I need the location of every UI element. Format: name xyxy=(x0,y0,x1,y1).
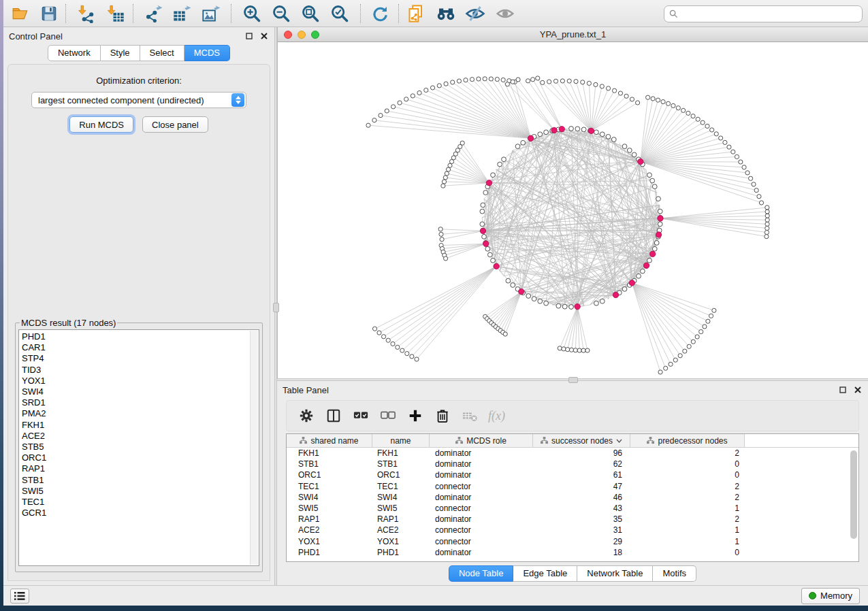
table-cell[interactable]: STB1 xyxy=(372,459,430,469)
table-cell[interactable]: RAP1 xyxy=(372,514,430,524)
table-scrollbar[interactable] xyxy=(850,449,857,560)
run-mcds-button[interactable]: Run MCDS xyxy=(69,116,133,133)
table-cell[interactable]: connector xyxy=(430,537,533,546)
graph-node[interactable] xyxy=(562,347,566,351)
graph-node[interactable] xyxy=(600,299,605,303)
table-cell[interactable]: dominator xyxy=(430,514,533,524)
graph-node[interactable] xyxy=(538,299,543,303)
graph-node[interactable] xyxy=(381,335,385,339)
graph-hub-node[interactable] xyxy=(629,280,634,286)
graph-node[interactable] xyxy=(622,286,627,291)
table-cell[interactable]: YOX1 xyxy=(287,537,372,546)
graph-node[interactable] xyxy=(498,162,502,167)
graph-node[interactable] xyxy=(526,79,530,83)
graph-node[interactable] xyxy=(448,163,452,167)
graph-node[interactable] xyxy=(547,80,551,84)
graph-node[interactable] xyxy=(567,79,571,83)
graph-hub-node[interactable] xyxy=(480,228,485,233)
graph-node[interactable] xyxy=(765,235,769,239)
graph-node[interactable] xyxy=(594,130,599,135)
table-row[interactable]: RAP1RAP1dominator352 xyxy=(287,514,858,525)
vertical-splitter-grip[interactable] xyxy=(273,303,279,312)
mcds-result-item[interactable]: RAP1 xyxy=(22,463,259,474)
horizontal-splitter-grip[interactable] xyxy=(568,377,578,383)
graph-node[interactable] xyxy=(480,209,485,214)
optimization-criterion-select[interactable]: largest connected component (undirected) xyxy=(31,92,246,108)
graph-node[interactable] xyxy=(701,120,705,125)
float-panel-icon[interactable] xyxy=(244,31,254,41)
graph-node[interactable] xyxy=(560,79,564,83)
task-history-button[interactable] xyxy=(10,589,29,604)
graph-node[interactable] xyxy=(444,82,448,86)
graph-node[interactable] xyxy=(577,348,581,352)
graph-node[interactable] xyxy=(666,101,670,105)
graph-node[interactable] xyxy=(569,127,574,131)
mcds-result-item[interactable]: SWI5 xyxy=(22,486,259,497)
show-hidden-button[interactable] xyxy=(495,3,515,24)
graph-node[interactable] xyxy=(765,214,769,218)
mcds-result-item[interactable]: PMA2 xyxy=(22,408,259,419)
tab-network-table[interactable]: Network Table xyxy=(577,565,653,582)
graph-node[interactable] xyxy=(501,78,505,82)
table-cell[interactable]: ACE2 xyxy=(372,525,430,535)
table-cell[interactable]: 35 xyxy=(533,514,630,524)
graph-hub-node[interactable] xyxy=(649,251,655,257)
graph-node[interactable] xyxy=(691,114,695,118)
graph-node[interactable] xyxy=(759,201,763,205)
graph-hub-node[interactable] xyxy=(519,288,524,294)
graph-node[interactable] xyxy=(515,144,520,149)
graph-hub-node[interactable] xyxy=(638,159,643,164)
column-header-shared-name[interactable]: shared name xyxy=(287,434,372,448)
table-cell[interactable]: TEC1 xyxy=(287,482,372,491)
graph-node[interactable] xyxy=(683,349,687,353)
graph-node[interactable] xyxy=(511,283,515,288)
unselect-all-columns-button[interactable] xyxy=(379,407,397,425)
graph-node[interactable] xyxy=(521,140,526,145)
graph-node[interactable] xyxy=(481,203,485,208)
mcds-result-list[interactable]: PHD1CAR1STP4TID3YOX1SWI4SRD1PMA2FKH1ACE2… xyxy=(18,329,259,566)
show-column-panel-button[interactable] xyxy=(325,407,342,425)
mcds-result-item[interactable]: CAR1 xyxy=(22,342,259,353)
clone-network-button[interactable] xyxy=(406,3,427,24)
graph-node[interactable] xyxy=(709,314,713,318)
graph-node[interactable] xyxy=(437,84,441,88)
table-cell[interactable]: 2 xyxy=(630,448,745,458)
graph-node[interactable] xyxy=(502,157,507,162)
function-builder-button[interactable]: f(x) xyxy=(488,409,505,423)
graph-node[interactable] xyxy=(752,182,756,186)
graph-node[interactable] xyxy=(661,99,665,103)
graph-node[interactable] xyxy=(480,222,485,227)
delete-column-button[interactable] xyxy=(434,407,451,425)
graph-node[interactable] xyxy=(671,103,675,108)
table-cell[interactable]: SWI4 xyxy=(287,493,372,502)
graph-node[interactable] xyxy=(581,127,586,132)
graph-node[interactable] xyxy=(652,184,657,189)
graph-node[interactable] xyxy=(632,152,637,157)
graph-node[interactable] xyxy=(532,297,536,301)
delete-table-button[interactable] xyxy=(461,407,479,425)
show-all-button[interactable] xyxy=(436,3,456,24)
graph-node[interactable] xyxy=(417,90,421,95)
graph-node[interactable] xyxy=(440,237,444,242)
graph-hub-node[interactable] xyxy=(486,180,492,186)
node-table-body[interactable]: FKH1FKH1dominator962STB1STB1dominator620… xyxy=(287,448,858,558)
graph-node[interactable] xyxy=(477,77,481,81)
table-cell[interactable]: RAP1 xyxy=(287,514,372,524)
graph-node[interactable] xyxy=(575,127,580,131)
graph-node[interactable] xyxy=(712,308,716,312)
table-cell[interactable]: dominator xyxy=(430,448,533,458)
table-cell[interactable]: SWI4 xyxy=(372,493,430,502)
graph-node[interactable] xyxy=(622,144,627,149)
graph-node[interactable] xyxy=(654,241,659,246)
table-row[interactable]: PHD1PHD1dominator180 xyxy=(287,547,858,558)
import-table-button[interactable] xyxy=(106,3,126,24)
table-cell[interactable]: 61 xyxy=(533,470,630,480)
graph-node[interactable] xyxy=(391,105,396,109)
graph-node[interactable] xyxy=(377,331,381,335)
graph-node[interactable] xyxy=(656,98,660,102)
mcds-result-item[interactable]: YOX1 xyxy=(22,376,259,386)
table-cell[interactable]: connector xyxy=(430,482,533,491)
zoom-out-button[interactable] xyxy=(271,3,291,24)
graph-node[interactable] xyxy=(444,257,448,261)
graph-hub-node[interactable] xyxy=(483,241,489,246)
